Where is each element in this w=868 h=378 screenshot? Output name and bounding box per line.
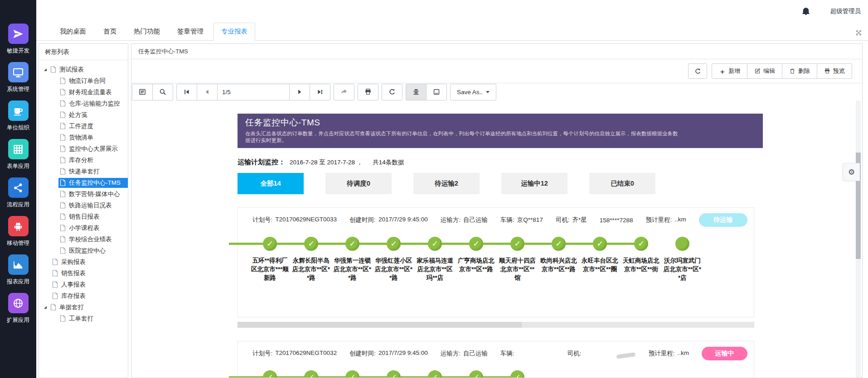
- search-icon: [159, 88, 166, 96]
- driver-phone: 158****7288: [600, 217, 633, 224]
- nav-item-forms[interactable]: 表单应用: [7, 139, 29, 170]
- tree-item[interactable]: 医院监控中心: [39, 245, 128, 256]
- status-filter-button[interactable]: 已结束0: [589, 173, 655, 194]
- document-icon: [60, 123, 66, 129]
- expand-icon[interactable]: [855, 29, 862, 36]
- tab-bar: 我的桌面 首页 热门功能 签章管理 专业报表: [36, 23, 868, 41]
- status-filter-button[interactable]: 待调度0: [325, 173, 392, 194]
- tree-item[interactable]: 处方笺: [39, 109, 128, 120]
- nav-item-org[interactable]: 单位组织: [7, 100, 29, 132]
- tree-item-label: 医院监控中心: [69, 247, 106, 255]
- tree-item[interactable]: 任务监控中心-TMS: [39, 177, 128, 188]
- current-user[interactable]: 超级管理员: [830, 7, 861, 15]
- tree-item[interactable]: 测试报表: [39, 64, 128, 75]
- tree-item[interactable]: 库存报表: [39, 290, 128, 301]
- edit-button[interactable]: 编辑: [747, 63, 782, 79]
- add-button[interactable]: ＋ 新增: [712, 63, 747, 79]
- tab-label: 我的桌面: [60, 28, 86, 35]
- tree-item[interactable]: 监控中心大屏展示: [39, 143, 128, 154]
- tree-item[interactable]: 销售报表: [39, 268, 128, 279]
- tree-item[interactable]: 小学课程表: [39, 222, 128, 234]
- station-timeline: 五环**得利厂区北京市***顺新路 永辉长阳半岛店北京市**区**路: [247, 227, 748, 282]
- document-icon: [60, 157, 66, 163]
- refresh-button[interactable]: [688, 63, 707, 79]
- station-status-icon: [428, 237, 442, 251]
- tab[interactable]: 热门功能: [126, 23, 167, 40]
- save-as-button[interactable]: Save As..: [450, 84, 496, 100]
- next-page-button[interactable]: [289, 84, 310, 100]
- tab[interactable]: 专业报表: [213, 23, 255, 41]
- nav-label: 移动管理: [7, 239, 29, 247]
- tab[interactable]: 我的桌面: [53, 23, 93, 40]
- document-icon: [60, 145, 66, 152]
- nav-item-reports[interactable]: 报表应用: [7, 254, 29, 286]
- print-button[interactable]: [358, 84, 378, 100]
- nav-item-mobile-mgmt[interactable]: 移动管理: [7, 216, 29, 247]
- tree-item[interactable]: 货物清单: [39, 132, 128, 143]
- horizontal-scrollbar-thumb[interactable]: [238, 322, 522, 328]
- prev-page-button[interactable]: [197, 84, 218, 100]
- view-toggle-group: [406, 84, 447, 100]
- layout-view-button[interactable]: [406, 84, 427, 100]
- nav-item-system-mgmt[interactable]: 系统管理: [7, 62, 29, 93]
- settings-gear-button[interactable]: ⚙: [843, 163, 860, 181]
- tree-caret-icon[interactable]: [44, 306, 49, 309]
- search-button[interactable]: [152, 84, 173, 100]
- tree-item[interactable]: 工单套打: [39, 313, 128, 324]
- tree-item-inner: 物流订单合同: [58, 76, 109, 86]
- tree-item[interactable]: 单据套打: [39, 301, 128, 313]
- tree-item-label: 销售报表: [61, 269, 86, 278]
- tree-item-inner: 采购报表: [51, 257, 89, 267]
- first-page-button[interactable]: [176, 84, 197, 100]
- tree-item[interactable]: 快递单套打: [39, 166, 128, 177]
- tree-item[interactable]: 物流订单合同: [39, 75, 128, 86]
- status-filter-button[interactable]: 待运输2: [413, 173, 480, 194]
- tab[interactable]: 签章管理: [170, 23, 211, 40]
- tree-item-inner: 销售日报表: [58, 212, 103, 222]
- tree-item[interactable]: 工件进度: [39, 120, 128, 132]
- status-filter-button[interactable]: 全部14: [238, 173, 304, 194]
- tree-item[interactable]: 学校综合业绩表: [39, 234, 128, 245]
- vertical-scrollbar[interactable]: [856, 100, 861, 378]
- tree-item[interactable]: 仓库-运输能力监控: [39, 98, 128, 109]
- parameter-panel-button[interactable]: [132, 84, 153, 100]
- nav-item-agile-dev[interactable]: 敏捷开发: [7, 24, 29, 55]
- status-filter-label: 待运输2: [435, 180, 458, 187]
- tab-label: 专业报表: [221, 28, 247, 35]
- tree-item[interactable]: 数字营销-媒体中心: [39, 188, 128, 200]
- station-status-icon: [263, 237, 277, 251]
- station-timeline: [247, 360, 748, 378]
- page-view-button[interactable]: [426, 84, 447, 100]
- nav-item-workflow[interactable]: 流程应用: [7, 177, 29, 209]
- preview-button[interactable]: 预览: [817, 63, 852, 79]
- tree-item[interactable]: 采购报表: [39, 256, 128, 268]
- station-name: 家乐福马连道店北京市**区玛**店: [416, 257, 454, 282]
- notifications-bell-icon[interactable]: [801, 7, 810, 16]
- reload-button[interactable]: [382, 84, 402, 100]
- timeline-station: [456, 360, 497, 378]
- delete-button[interactable]: 删除: [782, 63, 817, 79]
- status-filter-button[interactable]: 运输中12: [501, 173, 567, 194]
- document-icon: [60, 213, 66, 220]
- tree-item[interactable]: 库存分析: [39, 154, 128, 166]
- tree-item-inner: 铁路运输日况表: [58, 201, 116, 211]
- last-page-button[interactable]: [310, 84, 330, 100]
- tree-item[interactable]: 销售日报表: [39, 211, 128, 222]
- nav-item-extensions[interactable]: 扩展应用: [7, 293, 29, 324]
- page-number-input[interactable]: [217, 84, 290, 100]
- tree-item-label: 单据套打: [59, 303, 84, 311]
- status-filter-label: 全部14: [260, 180, 281, 187]
- tree-item[interactable]: 财务现金流量表: [39, 86, 128, 98]
- summary-label: 运输计划监控：: [238, 158, 285, 167]
- export-button[interactable]: [334, 84, 354, 100]
- tree-item[interactable]: 铁路运输日况表: [39, 200, 128, 211]
- tree-item-label: 财务现金流量表: [69, 88, 112, 96]
- crud-button-group: ＋ 新增 编辑 删除 预览: [712, 63, 852, 79]
- tree-item-label: 物流订单合同: [69, 77, 106, 85]
- tree-caret-icon[interactable]: [44, 68, 49, 71]
- horizontal-scrollbar[interactable]: [238, 322, 754, 328]
- nav-label: 流程应用: [7, 201, 29, 209]
- station-status-icon: [593, 237, 607, 251]
- tree-item[interactable]: 人事报表: [39, 279, 128, 290]
- tab[interactable]: 首页: [96, 23, 124, 40]
